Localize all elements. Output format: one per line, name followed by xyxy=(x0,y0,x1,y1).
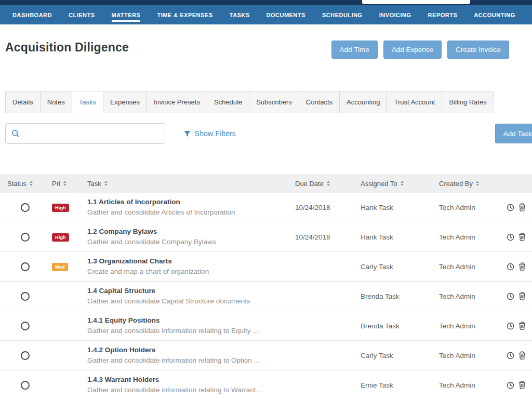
column-label: Assigned To xyxy=(361,180,397,188)
clock-icon[interactable] xyxy=(507,292,514,300)
task-status-circle[interactable] xyxy=(21,233,30,242)
show-filters-link[interactable]: Show Filters xyxy=(184,129,236,138)
task-status-circle[interactable] xyxy=(21,381,30,390)
nav-item-accounting[interactable]: ACCOUNTING xyxy=(466,5,524,24)
trash-icon[interactable] xyxy=(518,292,526,300)
add-task-button[interactable]: Add Task xyxy=(495,124,532,143)
clock-icon[interactable] xyxy=(507,322,514,330)
assigned-to: Carly Task xyxy=(361,263,439,271)
task-description: Gather and consolidate information relat… xyxy=(87,385,295,395)
nav-label: CLIENTS xyxy=(69,8,95,22)
tab-notes[interactable]: Notes xyxy=(40,91,72,113)
task-status-circle[interactable] xyxy=(21,262,30,271)
created-by: Tech Admin xyxy=(439,322,507,330)
task-status-circle[interactable] xyxy=(21,322,30,330)
page-title: Acquisition Diligence xyxy=(5,41,129,55)
clock-icon[interactable] xyxy=(507,381,514,389)
clock-icon[interactable] xyxy=(507,233,514,241)
clock-icon[interactable] xyxy=(507,263,514,271)
search-box xyxy=(5,123,165,144)
priority-badge: High xyxy=(52,204,69,212)
nav-item-matters[interactable]: MATTERS xyxy=(103,5,149,24)
column-header-assigned-to[interactable]: Assigned To xyxy=(361,180,439,188)
nav-label: REPORTS xyxy=(428,8,458,22)
table-row: 1.4.3 Warrant Holders Gather and consoli… xyxy=(0,370,532,399)
page-header: Acquisition Diligence Add Time Add Expen… xyxy=(0,24,532,59)
task-table: Status Pri Task Due Date Assigned To Cre… xyxy=(0,174,532,399)
tab-trust-account[interactable]: Trust Account xyxy=(387,91,442,113)
tab-subscribers[interactable]: Subscribers xyxy=(249,91,299,113)
created-by: Tech Admin xyxy=(439,263,507,271)
nav-item-scheduling[interactable]: SCHEDULING xyxy=(314,5,371,24)
task-title[interactable]: 1.1 Articles of Incorporation xyxy=(87,197,295,207)
table-header: Status Pri Task Due Date Assigned To Cre… xyxy=(0,174,532,193)
sort-icon[interactable] xyxy=(30,181,33,186)
tab-billing-rates[interactable]: Billing Rates xyxy=(442,91,494,113)
task-status-circle[interactable] xyxy=(21,292,30,301)
task-description: Gather and consolidate information relat… xyxy=(87,355,295,366)
tab-expenses[interactable]: Expenses xyxy=(103,91,147,113)
topbar-search-field[interactable] xyxy=(362,0,470,4)
task-status-circle[interactable] xyxy=(21,351,30,360)
nav-label: DASHBOARD xyxy=(12,8,52,22)
clock-icon[interactable] xyxy=(507,204,514,211)
nav-item-tasks[interactable]: TASKS xyxy=(221,5,258,24)
task-title[interactable]: 1.4.3 Warrant Holders xyxy=(87,375,295,385)
nav-item-clients[interactable]: CLIENTS xyxy=(60,5,103,24)
tab-schedule[interactable]: Schedule xyxy=(207,91,249,113)
trash-icon[interactable] xyxy=(518,351,526,360)
app-window: DASHBOARD CLIENTS MATTERS TIME & EXPENSE… xyxy=(0,0,532,399)
tab-details[interactable]: Details xyxy=(5,91,41,113)
nav-item-time-expenses[interactable]: TIME & EXPENSES xyxy=(149,5,221,24)
nav-item-dashboard[interactable]: DASHBOARD xyxy=(4,5,60,24)
nav-item-invoicing[interactable]: INVOICING xyxy=(371,5,420,24)
add-time-button[interactable]: Add Time xyxy=(331,41,378,59)
trash-icon[interactable] xyxy=(518,381,526,389)
sort-icon[interactable] xyxy=(327,181,330,186)
trash-icon[interactable] xyxy=(518,233,526,241)
task-title[interactable]: 1.4.1 Equity Positions xyxy=(87,315,295,326)
nav-label: MATTERS xyxy=(112,8,141,22)
column-label: Due Date xyxy=(295,180,324,188)
column-header-due-date[interactable]: Due Date xyxy=(295,180,361,188)
nav-item-reports[interactable]: REPORTS xyxy=(420,5,466,24)
trash-icon[interactable] xyxy=(518,262,526,271)
task-title[interactable]: 1.2 Company Bylaws xyxy=(87,227,295,237)
task-description: Gather and consolidate information relat… xyxy=(87,326,295,336)
add-expense-button[interactable]: Add Expense xyxy=(383,41,442,59)
sort-icon[interactable] xyxy=(401,181,404,186)
sort-icon[interactable] xyxy=(476,181,479,186)
task-title[interactable]: 1.4.2 Option Holders xyxy=(87,345,295,355)
task-status-circle[interactable] xyxy=(21,203,30,212)
nav-label: SCHEDULING xyxy=(322,8,363,22)
task-title[interactable]: 1.3 Organizational Charts xyxy=(87,256,295,267)
tab-tasks[interactable]: Tasks xyxy=(72,91,103,113)
nav-item-documents[interactable]: DOCUMENTS xyxy=(258,5,314,24)
column-header-created-by[interactable]: Created By xyxy=(439,180,507,188)
tab-invoice-presets[interactable]: Invoice Presets xyxy=(147,91,207,113)
create-invoice-button[interactable]: Create Invoice xyxy=(447,41,509,59)
trash-icon[interactable] xyxy=(518,322,526,330)
sort-icon[interactable] xyxy=(63,181,66,186)
nav-label: DOCUMENTS xyxy=(267,8,305,22)
task-toolbar: Show Filters Add Task xyxy=(0,123,532,144)
assigned-to: Ernie Task xyxy=(361,381,439,389)
created-by: Tech Admin xyxy=(439,352,507,360)
trash-icon[interactable] xyxy=(518,203,526,211)
column-header-pri[interactable]: Pri xyxy=(52,180,87,188)
tab-accounting[interactable]: Accounting xyxy=(339,91,387,113)
task-title[interactable]: 1.4 Capital Structure xyxy=(87,286,295,296)
clock-icon[interactable] xyxy=(507,352,514,360)
assigned-to: Hank Task xyxy=(361,233,439,241)
table-row: High 1.2 Company Bylaws Gather and conso… xyxy=(0,222,532,252)
column-label: Status xyxy=(7,180,26,188)
filter-icon xyxy=(184,130,191,137)
column-header-task[interactable]: Task xyxy=(87,180,295,188)
tab-bar: Details Notes Tasks Expenses Invoice Pre… xyxy=(5,91,532,113)
due-date: 10/24/2018 xyxy=(295,233,361,241)
tab-contacts[interactable]: Contacts xyxy=(299,91,340,113)
task-description: Gather and consolidate Capital Structure… xyxy=(87,296,295,307)
search-input[interactable] xyxy=(24,124,165,143)
column-header-status[interactable]: Status xyxy=(7,180,52,188)
sort-icon[interactable] xyxy=(104,181,108,186)
